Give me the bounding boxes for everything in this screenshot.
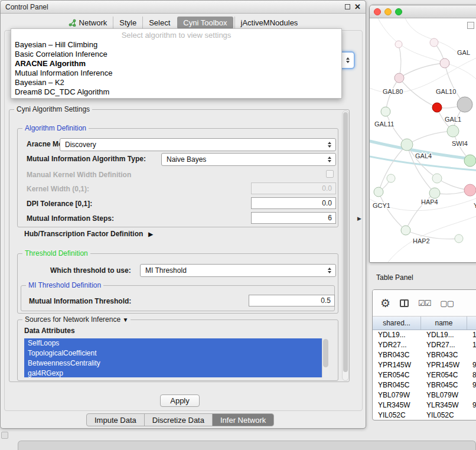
algorithm-option-aracne-algorithm[interactable]: ARACNE Algorithm [11, 59, 341, 69]
mi-steps-label: Mutual Information Steps: [27, 214, 114, 223]
tab-cyni-toolbox[interactable]: Cyni Toolbox [177, 17, 233, 29]
network-node-gal[interactable] [440, 58, 449, 68]
cell-name: YIL052C [421, 410, 467, 420]
desktop: Control Panel ✕ NetworkStyleSelectCyni T… [0, 0, 476, 450]
tab-style[interactable]: Style [113, 17, 142, 29]
attribute-item-gal4rgexp[interactable]: gal4RGexp [24, 369, 322, 377]
table-row[interactable]: YDR27...YDR27...12 [373, 340, 476, 350]
settings-scrollbar[interactable] [342, 110, 349, 381]
expanded-arrow-icon[interactable]: ▼ [122, 317, 128, 323]
network-node-gal4[interactable] [401, 139, 413, 151]
tab-network[interactable]: Network [63, 17, 113, 29]
attribute-list-scrollbar[interactable] [322, 338, 329, 377]
tab-select[interactable]: Select [142, 17, 176, 29]
birdseye-button[interactable] [467, 22, 474, 29]
network-node[interactable] [395, 41, 402, 48]
tab-jactivemnodules[interactable]: jActiveMNodules [234, 17, 304, 29]
network-window-titlebar[interactable] [370, 5, 476, 18]
kernel-width-label: Kernel Width (0,1): [27, 185, 89, 193]
hub-section-toggle[interactable]: Hub/Transcription Factor Definition ▶ [24, 230, 153, 238]
tab-infer-network[interactable]: Infer Network [212, 414, 273, 426]
algorithm-option-mutual-information-inference[interactable]: Mutual Information Inference [11, 69, 341, 78]
apply-button[interactable]: Apply [160, 394, 200, 407]
table-body: YDL19...YDL19...13YDR27...YDR27...12YBR0… [373, 330, 476, 420]
network-node[interactable] [432, 174, 442, 183]
network-node[interactable] [430, 38, 438, 47]
column-header-2[interactable] [467, 317, 476, 330]
cell-shared-name: YBR045C [373, 380, 421, 390]
tab-discretize-data[interactable]: Discretize Data [144, 414, 212, 426]
zoom-traffic-light-icon[interactable] [395, 8, 402, 15]
network-node-swi4[interactable] [464, 155, 476, 167]
gear-icon[interactable]: ⚙ [380, 298, 390, 309]
panel-resize-arrow-icon[interactable]: ▶ [357, 216, 361, 221]
scrollbar-thumb[interactable] [343, 112, 348, 372]
attribute-item-selfloops[interactable]: SelfLoops [24, 338, 322, 348]
table-row[interactable]: YPR145WYPR145W9. [373, 360, 476, 370]
attribute-list[interactable]: SelfLoopsTopologicalCoefficientBetweenne… [24, 338, 329, 377]
minimize-traffic-light-icon[interactable] [384, 8, 392, 15]
aracne-mode-combobox[interactable]: Discovery [60, 138, 336, 151]
node-label-gal1: GAL1 [445, 116, 461, 123]
network-node-gal80[interactable] [395, 73, 404, 83]
network-node[interactable] [455, 234, 463, 243]
cell-name: YBR043C [421, 350, 467, 360]
manual-kernel-checkbox[interactable] [326, 170, 334, 178]
columns-icon[interactable] [400, 299, 409, 307]
algorithm-option-bayesian-k2[interactable]: Bayesian – K2 [11, 78, 341, 87]
float-window-icon[interactable] [345, 4, 350, 9]
network-node-gal10[interactable] [432, 103, 442, 112]
which-threshold-combobox[interactable]: MI Threshold [140, 264, 336, 277]
network-edge[interactable] [399, 63, 445, 78]
algorithm-option-bayesian-hill-climbing[interactable]: Bayesian – Hill Climbing [11, 40, 341, 50]
threshold-definition-title: Threshold Definition [22, 249, 90, 257]
table-row[interactable]: YER054CYER054C8. [373, 370, 476, 380]
table-row[interactable]: YDL19...YDL19...13 [373, 330, 476, 340]
attribute-item-topologicalcoefficient[interactable]: TopologicalCoefficient [24, 348, 322, 358]
network-node-gal11[interactable] [381, 107, 390, 116]
collapsed-arrow-icon[interactable]: ▶ [148, 231, 153, 237]
network-canvas[interactable]: GALGAL80GAL10GAL11GAL1SWI4GAL4GCY1HAP4YH… [370, 18, 476, 263]
network-edge [370, 56, 476, 93]
mi-steps-field[interactable]: 6 [251, 212, 336, 224]
table-row[interactable]: YBR043CYBR043C [373, 350, 476, 360]
sources-group-title[interactable]: Sources for Network Inference ▼ [22, 315, 131, 324]
column-header-shared[interactable]: shared... [373, 317, 421, 330]
network-node[interactable] [464, 184, 476, 196]
algorithm-option-basic-correlation-inference[interactable]: Basic Correlation Inference [11, 50, 341, 59]
mi-type-combobox[interactable]: Naive Bayes [161, 153, 336, 166]
mi-threshold-field[interactable]: 0.5 [249, 295, 335, 306]
control-panel-titlebar[interactable]: Control Panel ✕ [1, 1, 366, 14]
close-window-icon[interactable]: ✕ [354, 4, 361, 11]
node-label-gcy1: GCY1 [373, 202, 390, 209]
cell-value: 12 [467, 340, 476, 350]
cell-shared-name: YBL079W [373, 390, 421, 400]
column-header-name[interactable]: name [421, 317, 467, 330]
scrollbar-thumb[interactable] [323, 339, 328, 367]
select-all-columns-icon[interactable]: ☑☑ [418, 299, 431, 308]
tab-label: jActiveMNodules [241, 18, 298, 27]
network-node[interactable] [387, 174, 395, 182]
tab-label: Network [79, 18, 107, 27]
network-edge[interactable] [379, 145, 407, 192]
network-node-gal1[interactable] [447, 125, 459, 137]
network-node-hap2[interactable] [401, 226, 410, 235]
table-row[interactable]: YIL052CYIL052C [373, 410, 476, 420]
network-node-hap4[interactable] [429, 188, 440, 198]
tab-label: Cyni Toolbox [183, 18, 227, 27]
network-edge[interactable] [407, 131, 453, 145]
close-traffic-light-icon[interactable] [374, 8, 381, 15]
table-row[interactable]: YLR345WYLR345W9. [373, 400, 476, 410]
cell-shared-name: YDL19... [373, 330, 421, 340]
network-node[interactable] [457, 97, 472, 112]
network-edge[interactable] [399, 44, 401, 78]
network-node-gcy1[interactable] [374, 187, 383, 197]
table-row[interactable]: YBR045CYBR045C9. [373, 380, 476, 390]
table-row[interactable]: YBL079WYBL079W [373, 390, 476, 400]
deselect-all-columns-icon[interactable]: ▢▢ [440, 299, 454, 308]
dpi-tolerance-field[interactable]: 0.0 [251, 197, 336, 209]
tab-impute-data[interactable]: Impute Data [87, 414, 144, 426]
algorithm-option-dream8-dc-tdc-algorithm[interactable]: Dream8 DC_TDC Algorithm [11, 87, 341, 97]
network-edge[interactable] [379, 192, 406, 230]
attribute-item-betweennesscentrality[interactable]: BetweennessCentrality [24, 358, 322, 369]
